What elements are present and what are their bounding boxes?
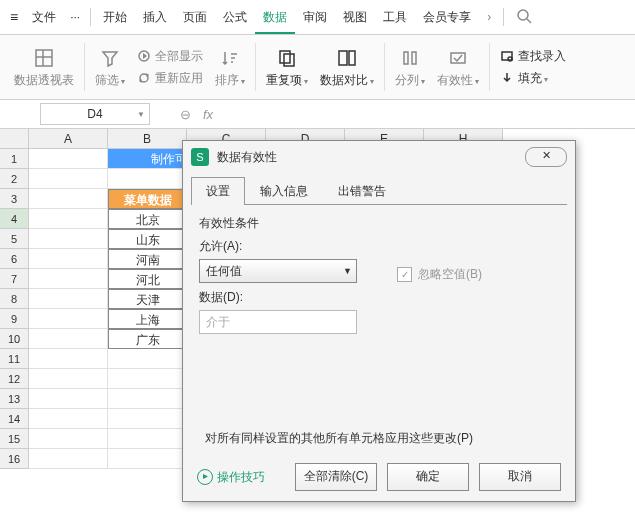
show-all-button[interactable]: 全部显示 [137, 46, 203, 66]
duplicates-button[interactable]: 重复项 [266, 46, 308, 89]
row-header[interactable]: 11 [0, 349, 29, 369]
fx-icon[interactable]: fx [203, 107, 213, 122]
tab-input-msg[interactable]: 输入信息 [245, 177, 323, 205]
svg-rect-11 [502, 52, 512, 60]
cell[interactable]: 广东 [108, 329, 188, 349]
row-header[interactable]: 6 [0, 249, 29, 269]
cell[interactable]: 上海 [108, 309, 188, 329]
menu-view[interactable]: 视图 [335, 0, 375, 34]
menu-review[interactable]: 审阅 [295, 0, 335, 34]
col-header[interactable]: B [108, 129, 187, 149]
cancel-formula-icon[interactable]: ⊖ [180, 107, 191, 122]
cell[interactable] [29, 349, 108, 369]
hamburger-icon[interactable]: ≡ [4, 9, 24, 25]
app-icon: S [191, 148, 209, 166]
validity-button[interactable]: 有效性 [437, 46, 479, 89]
cell[interactable] [29, 229, 108, 249]
cell[interactable] [29, 149, 108, 169]
split-button[interactable]: 分列 [395, 46, 425, 89]
cell[interactable]: 山东 [108, 229, 188, 249]
svg-rect-6 [280, 51, 290, 63]
menu-data[interactable]: 数据 [255, 0, 295, 34]
more-icon[interactable]: ··· [64, 10, 86, 24]
tips-link[interactable]: ▸操作技巧 [197, 469, 265, 486]
row-header[interactable]: 16 [0, 449, 29, 469]
sort-button[interactable]: 排序 [215, 46, 245, 89]
row-header[interactable]: 8 [0, 289, 29, 309]
fill-button[interactable]: 填充 [500, 68, 566, 88]
data-validation-dialog: S 数据有效性 ✕ 设置 输入信息 出错警告 有效性条件 允许(A): 任何值▼… [182, 140, 576, 502]
menu-page[interactable]: 页面 [175, 0, 215, 34]
cell[interactable] [108, 409, 187, 429]
svg-point-12 [508, 57, 512, 61]
tab-settings[interactable]: 设置 [191, 177, 245, 205]
cell[interactable] [108, 169, 187, 189]
row-header[interactable]: 15 [0, 429, 29, 449]
allow-label: 允许(A): [199, 238, 357, 255]
cell[interactable] [108, 369, 187, 389]
tab-error-alert[interactable]: 出错警告 [323, 177, 401, 205]
cell[interactable] [29, 289, 108, 309]
cell[interactable] [29, 409, 108, 429]
cell[interactable]: 河北 [108, 269, 188, 289]
apply-all-checkbox[interactable]: 对所有同样设置的其他所有单元格应用这些更改(P) [199, 430, 559, 447]
ok-button[interactable]: 确定 [387, 463, 469, 491]
menu-tools[interactable]: 工具 [375, 0, 415, 34]
close-button[interactable]: ✕ [525, 147, 567, 167]
row-header[interactable]: 9 [0, 309, 29, 329]
search-icon[interactable] [508, 8, 540, 27]
name-box[interactable]: D4▼ [40, 103, 150, 125]
row-header[interactable]: 13 [0, 389, 29, 409]
cell[interactable] [29, 329, 108, 349]
cell[interactable]: 北京 [108, 209, 188, 229]
menu-formula[interactable]: 公式 [215, 0, 255, 34]
menu-file[interactable]: 文件 [24, 0, 64, 34]
find-insert-button[interactable]: 查找录入 [500, 46, 566, 66]
cell[interactable] [29, 309, 108, 329]
cell[interactable] [29, 429, 108, 449]
ignore-blank-checkbox: ✓忽略空值(B) [397, 266, 482, 283]
data-compare-button[interactable]: 数据对比 [320, 46, 374, 89]
cell[interactable] [29, 249, 108, 269]
pivot-button[interactable]: 数据透视表 [14, 46, 74, 89]
row-header[interactable]: 1 [0, 149, 29, 169]
menu-insert[interactable]: 插入 [135, 0, 175, 34]
svg-point-0 [518, 10, 528, 20]
cell[interactable]: 天津 [108, 289, 188, 309]
row-header[interactable]: 7 [0, 269, 29, 289]
row-header[interactable]: 2 [0, 169, 29, 189]
cell[interactable] [108, 349, 187, 369]
row-header[interactable]: 10 [0, 329, 29, 349]
svg-rect-10 [451, 53, 465, 63]
menu-start[interactable]: 开始 [95, 0, 135, 34]
row-header[interactable]: 12 [0, 369, 29, 389]
section-label: 有效性条件 [199, 215, 559, 232]
cell[interactable] [108, 389, 187, 409]
cell[interactable] [29, 209, 108, 229]
data-label: 数据(D): [199, 289, 559, 306]
reapply-button[interactable]: 重新应用 [137, 68, 203, 88]
allow-select[interactable]: 任何值▼ [199, 259, 357, 283]
chevron-right-icon[interactable]: › [479, 10, 499, 24]
row-header[interactable]: 3 [0, 189, 29, 209]
col-header[interactable]: A [29, 129, 108, 149]
cell[interactable]: 菜单数据 [108, 189, 188, 209]
cell[interactable] [108, 429, 187, 449]
svg-rect-8 [339, 51, 347, 65]
cell[interactable] [29, 449, 108, 469]
row-header[interactable]: 14 [0, 409, 29, 429]
row-header[interactable]: 4 [0, 209, 29, 229]
cancel-button[interactable]: 取消 [479, 463, 561, 491]
cell[interactable]: 河南 [108, 249, 188, 269]
clear-all-button[interactable]: 全部清除(C) [295, 463, 377, 491]
cell[interactable] [29, 269, 108, 289]
cell[interactable] [29, 169, 108, 189]
cell[interactable] [29, 389, 108, 409]
cell[interactable] [29, 189, 108, 209]
svg-rect-2 [36, 50, 52, 66]
cell[interactable] [29, 369, 108, 389]
cell[interactable] [108, 449, 187, 469]
menu-vip[interactable]: 会员专享 [415, 0, 479, 34]
row-header[interactable]: 5 [0, 229, 29, 249]
filter-button[interactable]: 筛选 [95, 46, 125, 89]
